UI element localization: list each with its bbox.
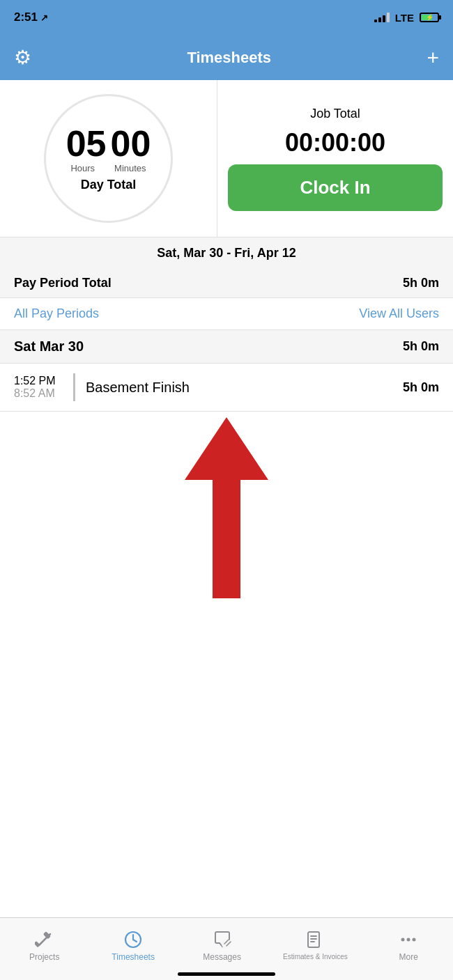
minutes-display: 00: [111, 125, 151, 162]
timer-unit-labels: Hours Minutes: [70, 163, 146, 173]
pay-period-dates: Sat, Mar 30 - Fri, Apr 12: [14, 246, 439, 260]
entry-divider: [73, 373, 75, 401]
more-dots-icon: [399, 930, 418, 949]
nav-label-projects: Projects: [29, 952, 59, 962]
nav-label-timesheets: Timesheets: [112, 952, 155, 962]
entry-date-row: Sat Mar 30 5h 0m: [0, 330, 453, 364]
entry-date: Sat Mar 30: [14, 339, 84, 355]
timer-numbers: 05 00: [66, 125, 151, 162]
entry-times: 1:52 PM 8:52 AM: [14, 375, 73, 400]
pay-period-total-value: 5h 0m: [403, 276, 439, 290]
entry-duration: 5h 0m: [403, 380, 439, 395]
circle-timer: 05 00 Hours Minutes Day Total: [44, 94, 173, 223]
nav-label-more: More: [399, 952, 418, 962]
svg-line-6: [133, 940, 137, 942]
hammer-icon: [35, 930, 54, 949]
entry-job-name: Basement Finish: [86, 380, 403, 396]
job-total-label: Job Total: [310, 107, 360, 121]
svg-rect-3: [35, 941, 40, 947]
nav-item-timesheets[interactable]: Timesheets: [105, 930, 161, 962]
time-text: 2:51: [14, 10, 38, 24]
svg-point-12: [401, 938, 405, 941]
nav-label-messages: Messages: [203, 952, 241, 962]
bottom-nav: Projects Timesheets Messages Estimates &…: [0, 917, 453, 980]
hours-label: Hours: [70, 163, 95, 173]
svg-point-13: [407, 938, 410, 941]
pay-period-section: Sat, Mar 30 - Fri, Apr 12: [0, 238, 453, 269]
app-header: ⚙ Timesheets +: [0, 35, 453, 80]
day-total-label: Day Total: [81, 178, 137, 192]
clock-icon: [123, 930, 143, 949]
settings-gear-icon[interactable]: ⚙: [14, 46, 31, 69]
pay-period-total-row: Pay Period Total 5h 0m: [0, 269, 453, 298]
hours-display: 05: [66, 125, 107, 162]
status-time: 2:51 ↗: [14, 10, 48, 24]
status-bar: 2:51 ↗ LTE ⚡: [0, 0, 453, 35]
entry-date-total: 5h 0m: [403, 339, 439, 354]
upward-red-arrow-icon: [185, 417, 268, 601]
clock-in-button[interactable]: Clock In: [228, 164, 443, 211]
nav-item-projects[interactable]: Projects: [17, 930, 72, 962]
pay-period-total-label: Pay Period Total: [14, 276, 112, 290]
entry-item[interactable]: 1:52 PM 8:52 AM Basement Finish 5h 0m: [0, 364, 453, 412]
document-icon: [305, 931, 325, 950]
home-indicator: [178, 972, 275, 976]
header-title: Timesheets: [187, 49, 271, 67]
minutes-label: Minutes: [114, 163, 146, 173]
svg-rect-2: [43, 931, 50, 939]
all-pay-periods-link[interactable]: All Pay Periods: [14, 306, 99, 321]
view-all-users-link[interactable]: View All Users: [359, 306, 439, 321]
signal-icon: [374, 13, 390, 22]
entry-time-start: 8:52 AM: [14, 387, 73, 400]
job-total-time: 00:00:00: [285, 128, 385, 157]
add-button[interactable]: +: [427, 46, 439, 70]
svg-marker-0: [185, 417, 268, 598]
nav-item-messages[interactable]: Messages: [194, 930, 250, 962]
nav-label-estimates: Estimates & Invoices: [283, 953, 348, 960]
svg-point-14: [413, 938, 416, 941]
lte-label: LTE: [395, 12, 414, 24]
status-right: LTE ⚡: [374, 12, 439, 24]
location-arrow-icon: ↗: [40, 13, 48, 23]
svg-point-7: [222, 940, 231, 948]
timer-right: Job Total 00:00:00 Clock In: [217, 80, 453, 237]
red-arrow-annotation: [0, 412, 453, 607]
svg-rect-8: [308, 932, 319, 947]
entry-time-end: 1:52 PM: [14, 375, 73, 387]
messages-icon: [213, 930, 232, 949]
links-row: All Pay Periods View All Users: [0, 298, 453, 330]
timer-section: 05 00 Hours Minutes Day Total Job Total …: [0, 80, 453, 238]
battery-icon: ⚡: [420, 13, 439, 22]
nav-item-more[interactable]: More: [381, 930, 436, 962]
entry-section: Sat Mar 30 5h 0m 1:52 PM 8:52 AM Basemen…: [0, 330, 453, 412]
nav-item-estimates[interactable]: Estimates & Invoices: [283, 931, 348, 960]
timer-left: 05 00 Hours Minutes Day Total: [0, 80, 217, 237]
